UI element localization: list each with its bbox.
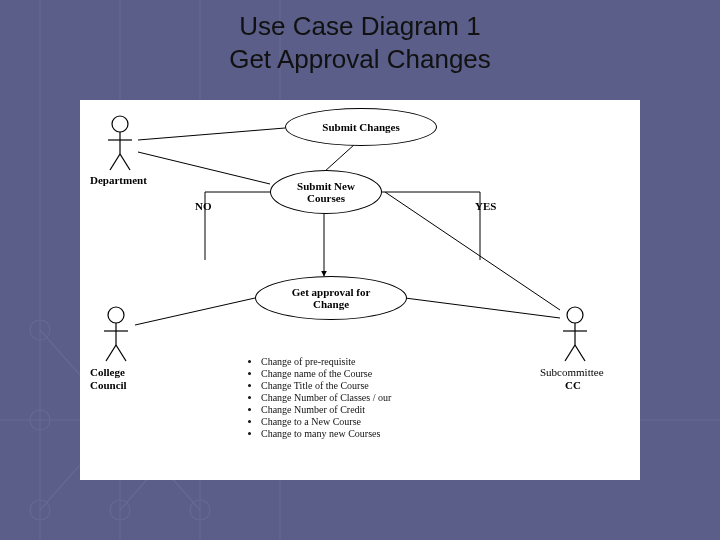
changes-item: Change Title of the Course: [261, 380, 485, 391]
svg-line-21: [565, 345, 575, 361]
actor-college-council-label-2: Council: [90, 379, 127, 391]
usecase-submit-new-courses: Submit New Courses: [270, 170, 382, 214]
svg-line-17: [116, 345, 126, 361]
svg-point-7: [190, 500, 210, 520]
decision-no-label: NO: [195, 200, 212, 212]
actor-college-council-label-1: College: [90, 366, 125, 378]
svg-line-24: [138, 152, 270, 184]
svg-point-18: [567, 307, 583, 323]
svg-line-16: [106, 345, 116, 361]
slide-title: Use Case Diagram 1 Get Approval Changes: [0, 10, 720, 75]
svg-line-12: [120, 154, 130, 170]
svg-line-32: [405, 298, 560, 318]
svg-line-11: [110, 154, 120, 170]
svg-line-25: [324, 144, 355, 172]
usecase-submit-new-courses-label: Submit New Courses: [297, 180, 355, 204]
svg-line-31: [135, 298, 255, 325]
changes-item: Change to a New Course: [261, 416, 485, 427]
svg-point-6: [110, 500, 130, 520]
svg-point-8: [112, 116, 128, 132]
changes-item: Change to many new Courses: [261, 428, 485, 439]
usecase-get-approval: Get approval for Change: [255, 276, 407, 320]
svg-line-33: [385, 192, 560, 310]
usecase-get-approval-label: Get approval for Change: [292, 286, 371, 310]
decision-yes-label: YES: [475, 200, 496, 212]
changes-list: Change of pre-requisite Change name of t…: [245, 355, 485, 440]
svg-line-22: [575, 345, 585, 361]
changes-item: Change Number of Credit: [261, 404, 485, 415]
actor-subcommittee-label: Subcommittee: [540, 366, 604, 378]
actor-cc-label: CC: [565, 379, 581, 391]
svg-point-3: [30, 320, 50, 340]
diagram-panel: Department College Council Subcommittee …: [80, 100, 640, 480]
changes-item: Change Number of Classes / our: [261, 392, 485, 403]
actor-department-label: Department: [90, 174, 147, 186]
changes-item: Change of pre-requisite: [261, 356, 485, 367]
svg-point-5: [30, 500, 50, 520]
svg-point-0: [30, 410, 50, 430]
changes-item: Change name of the Course: [261, 368, 485, 379]
usecase-submit-changes-label: Submit Changes: [322, 121, 399, 133]
svg-point-13: [108, 307, 124, 323]
title-line-2: Get Approval Changes: [0, 43, 720, 76]
slide: Use Case Diagram 1 Get Approval Changes: [0, 0, 720, 540]
title-line-1: Use Case Diagram 1: [0, 10, 720, 43]
usecase-submit-changes: Submit Changes: [285, 108, 437, 146]
svg-line-23: [138, 128, 285, 140]
